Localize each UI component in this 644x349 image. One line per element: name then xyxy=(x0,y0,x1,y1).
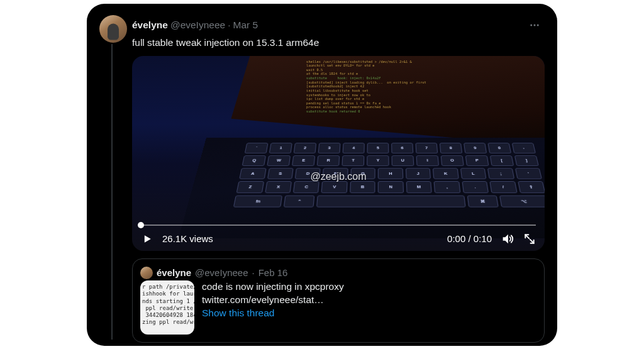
video-laptop-screen: shellex /usr/libexec/substituted > /dev/… xyxy=(231,56,545,146)
volume-icon[interactable] xyxy=(501,232,514,246)
quoted-text-line1: code is now injecting in xpcproxy xyxy=(202,280,344,294)
keyboard-key: 0 xyxy=(488,143,512,153)
keyboard-key: X xyxy=(265,181,292,192)
quoted-media-thumb: r path /private/ ishhook for laur nds st… xyxy=(140,280,194,335)
quoted-date[interactable]: Feb 16 xyxy=(258,267,288,279)
quoted-author-name[interactable]: évelyne xyxy=(157,267,191,279)
keyboard-key: 2 xyxy=(294,143,316,153)
separator: · xyxy=(228,19,230,32)
thread-connector-line xyxy=(111,44,113,340)
keyboard-key: W xyxy=(267,155,291,166)
keyboard-key: S xyxy=(267,168,294,179)
more-icon[interactable] xyxy=(525,15,545,35)
video-watermark: @zeejb.com xyxy=(310,170,366,184)
keyboard-key: , xyxy=(434,181,460,192)
keyboard-key: . xyxy=(462,181,489,192)
keyboard-key: L xyxy=(460,168,487,179)
tweet-text: full stable tweak injection on 15.3.1 ar… xyxy=(132,36,545,50)
keyboard-key: 7 xyxy=(416,143,438,153)
keyboard-key: 3 xyxy=(318,143,341,153)
svg-point-0 xyxy=(530,25,532,26)
keyboard-key: ⌃ xyxy=(284,195,314,207)
avatar-column xyxy=(99,15,132,343)
video-terminal-text: shellex /usr/libexec/substituted > /dev/… xyxy=(306,60,532,114)
play-icon[interactable] xyxy=(141,233,153,245)
svg-point-2 xyxy=(537,25,539,26)
video-player[interactable]: shellex /usr/libexec/substituted > /dev/… xyxy=(132,56,545,251)
keyboard-key: Y xyxy=(367,155,389,166)
keyboard-key: N xyxy=(378,181,404,192)
keyboard-key: 8 xyxy=(440,143,462,153)
keyboard-key: 9 xyxy=(464,143,487,153)
keyboard-key: E xyxy=(292,155,315,166)
keyboard-key: ⇧ xyxy=(518,181,545,192)
keyboard-key: [ xyxy=(490,155,514,166)
keyboard-key: ⌥ xyxy=(499,195,545,207)
keyboard-key: A xyxy=(239,168,266,179)
keyboard-key: ; xyxy=(487,168,514,179)
tweet-row: évelyne @eveIyneee · Mar 5 full stable t… xyxy=(99,15,545,343)
keyboard-key: ` xyxy=(245,143,269,153)
keyboard-key: P xyxy=(465,155,489,166)
keyboard-key: 5 xyxy=(367,143,389,153)
post-date[interactable]: Mar 5 xyxy=(233,19,258,32)
keyboard-key: K xyxy=(433,168,458,179)
video-keyboard-deck: `1234567890-QWERTYUIOP[]ASDFGHJKL;'ZXCVB… xyxy=(179,138,545,238)
quoted-text-block: code is now injecting in xpcproxy twitte… xyxy=(202,280,344,335)
show-thread-link[interactable]: Show this thread xyxy=(202,307,344,320)
keyboard-key: / xyxy=(490,181,518,192)
keyboard-key: O xyxy=(441,155,464,166)
keyboard-key: H xyxy=(378,168,403,179)
quoted-text-line2: twitter.com/evelyneee/stat… xyxy=(202,294,344,307)
keyboard-key: - xyxy=(512,143,536,153)
video-scrubber[interactable] xyxy=(141,224,536,226)
tweet-header: évelyne @eveIyneee · Mar 5 xyxy=(132,15,545,35)
fullscreen-icon[interactable] xyxy=(523,233,536,245)
quoted-author-handle[interactable]: @eveIyneee xyxy=(195,267,248,279)
keyboard-key: J xyxy=(406,168,431,179)
keyboard-key: I xyxy=(416,155,439,166)
keyboard-key: fn xyxy=(233,195,283,207)
author-name[interactable]: évelyne xyxy=(132,19,168,32)
svg-point-1 xyxy=(534,25,536,26)
keyboard-key: Q xyxy=(242,155,267,166)
keyboard-key: U xyxy=(392,155,414,166)
video-controls: 26.1K views 0:00 / 0:10 xyxy=(132,227,545,251)
keyboard-key: T xyxy=(342,155,365,166)
quoted-avatar[interactable] xyxy=(140,267,153,279)
keyboard-key xyxy=(316,195,465,207)
keyboard-key: 1 xyxy=(269,143,292,153)
keyboard-key: R xyxy=(317,155,340,166)
keyboard-key: M xyxy=(406,181,432,192)
keyboard-key: ' xyxy=(514,168,542,179)
video-view-count: 26.1K views xyxy=(162,233,213,245)
video-timecode: 0:00 / 0:10 xyxy=(447,233,492,245)
quoted-separator: · xyxy=(252,267,255,279)
tweet-body: évelyne @eveIyneee · Mar 5 full stable t… xyxy=(132,15,545,343)
quoted-tweet[interactable]: évelyne @eveIyneee · Feb 16 r path /priv… xyxy=(132,258,545,343)
quoted-header: évelyne @eveIyneee · Feb 16 xyxy=(140,267,536,279)
avatar[interactable] xyxy=(99,15,127,43)
keyboard-key: Z xyxy=(236,181,264,192)
keyboard-key: ] xyxy=(514,155,539,166)
keyboard-key: ⌘ xyxy=(467,195,499,207)
keyboard-key: 6 xyxy=(391,143,413,153)
keyboard-key: 4 xyxy=(343,143,365,153)
author-handle[interactable]: @eveIyneee xyxy=(170,19,225,32)
video-keyboard: `1234567890-QWERTYUIOP[]ASDFGHJKL;'ZXCVB… xyxy=(233,143,545,207)
tweet-card: évelyne @eveIyneee · Mar 5 full stable t… xyxy=(87,4,557,346)
